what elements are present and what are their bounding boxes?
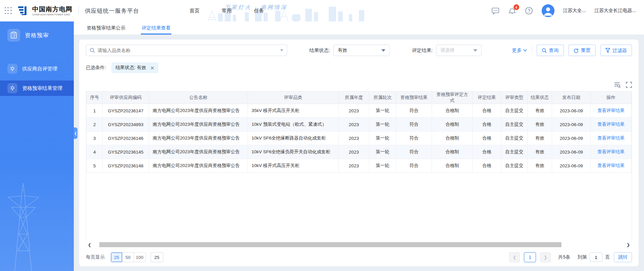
table-row: 5GYSZP20236148南方电网公司2023年度供应商资格预审公告10kV …: [87, 159, 632, 173]
per-page-label: 每页显示: [86, 254, 105, 260]
column-header: 评定结果: [473, 92, 501, 104]
cell: 10kV 预装式变电站（欧式、紧凑式）: [248, 118, 338, 131]
company-logo: 中国南方电网 CHINA SOUTHERN POWER GRID: [17, 5, 72, 16]
cell: 10kV 移开式高压开关柜: [248, 159, 338, 173]
sidebar-item-prequal-result-mgmt[interactable]: 资格预审结果管理: [0, 80, 74, 96]
table-row: 1GYSZP20236147南方电网公司2023年度供应商资格预审公告35kV …: [87, 104, 632, 118]
goto-page: 到第 页: [578, 253, 610, 262]
logo-text-en: CHINA SOUTHERN POWER GRID: [32, 13, 72, 16]
result-status-select[interactable]: 有效: [333, 45, 390, 56]
reset-button[interactable]: 重置: [569, 45, 596, 56]
cell: 2023: [338, 118, 369, 131]
filter-chip: 结果状态: 有效 ✕: [111, 62, 158, 73]
view-review-result-link[interactable]: 查看评审结果: [597, 122, 625, 127]
view-review-result-link[interactable]: 查看评审结果: [597, 163, 625, 168]
cell: 2023-06-09: [552, 104, 591, 118]
avatar[interactable]: [542, 4, 554, 17]
filter-button[interactable]: 过滤器: [600, 45, 632, 56]
cell: 第一轮: [369, 145, 396, 159]
cell: 自主提交: [501, 145, 527, 159]
message-icon[interactable]: [491, 7, 499, 15]
notifications-bell-icon[interactable]: 4: [508, 7, 516, 15]
sidebar-collapse-handle[interactable]: ❮: [74, 127, 77, 139]
scroll-right-arrow[interactable]: ❯: [625, 242, 632, 248]
apps-grid-icon[interactable]: [5, 7, 12, 14]
horizontal-scrollbar: ❮ ❯: [86, 242, 632, 248]
column-header: 资格预审评定方式: [432, 92, 473, 104]
column-settings-icon[interactable]: [614, 82, 621, 88]
content-area: 结果状态: 有效 评定结果: 请选择 更多: [74, 35, 644, 271]
results-card: 结果状态: 有效 评定结果: 请选择 更多: [79, 40, 639, 266]
jump-button[interactable]: 跳转: [614, 252, 632, 262]
filter-actions: 更多 查询: [512, 45, 632, 56]
cell: 合格制: [432, 118, 473, 131]
cell: 2023-06-09: [552, 131, 591, 145]
cell: 有效: [528, 131, 552, 145]
page-size-custom[interactable]: 25: [151, 252, 163, 262]
header-divider: [78, 7, 79, 15]
result-status-value: 有效: [338, 47, 347, 53]
logo-text-cn: 中国南方电网: [32, 6, 72, 12]
cell: 南方电网公司2023年度供应商资格预审公告: [149, 104, 248, 118]
pagination-controls: ❮ 1 ❯ 共5条 到第 页 跳转: [509, 252, 632, 262]
help-icon[interactable]: [525, 7, 533, 15]
selected-conditions-row: 已选条件: 结果状态: 有效 ✕: [86, 62, 632, 73]
scrollbar-thumb[interactable]: [99, 242, 561, 247]
column-header: 操作: [591, 92, 632, 104]
page-size-50[interactable]: 50: [122, 253, 134, 262]
scrollbar-track[interactable]: [93, 242, 625, 248]
cell: 有效: [528, 118, 552, 131]
tab-prequal-result-publicity[interactable]: 资格预审结果公示: [86, 22, 126, 35]
next-page-button[interactable]: ❯: [540, 252, 551, 262]
cell: 第一轮: [369, 131, 396, 145]
chevron-down-icon: [280, 49, 283, 51]
cell: 10kV SF6全绝缘负荷开关自动化成套柜: [248, 145, 338, 159]
category-search-input[interactable]: [98, 48, 277, 53]
eval-result-placeholder: 请选择: [440, 47, 454, 53]
search-icon: [542, 48, 547, 53]
user-company[interactable]: 江苏大全长江电器...: [594, 8, 636, 14]
nav-item-home[interactable]: 首页: [190, 8, 200, 14]
view-review-result-link[interactable]: 查看评审结果: [597, 136, 625, 141]
table-toolbar: [86, 82, 632, 88]
category-search-box[interactable]: [86, 45, 287, 56]
cell: 自主提交: [501, 131, 527, 145]
page-size-100[interactable]: 100: [134, 253, 146, 262]
view-review-result-link[interactable]: 查看评审结果: [597, 149, 625, 154]
eval-result-label: 评定结果:: [412, 47, 433, 54]
column-header: 评审供应商编码: [103, 92, 149, 104]
table-body: 1GYSZP20236147南方电网公司2023年度供应商资格预审公告35kV …: [87, 104, 632, 173]
page-size-25[interactable]: 25: [111, 253, 122, 262]
transmission-tower-illustration: [1, 177, 45, 271]
cell: 2: [87, 118, 103, 131]
cell: 合格: [473, 145, 501, 159]
prev-page-button[interactable]: ❮: [509, 252, 520, 262]
chip-close-icon[interactable]: ✕: [150, 65, 155, 70]
cell: 南方电网公司2023年度供应商资格预审公告: [149, 145, 248, 159]
page-size-group: 25 50 100: [111, 252, 146, 262]
table-zone: 序号评审供应商编码公告名称评审品类所属年度所属轮次资格预审结果资格预审评定方式评…: [86, 91, 632, 242]
sidebar-section-prequalification[interactable]: 资格预审: [0, 21, 74, 42]
table-row: 2GYSZP20234893南方电网公司2023年度供应商资格预审公告10kV …: [87, 118, 632, 131]
nav-item-frequent[interactable]: 常用: [222, 8, 232, 14]
eval-result-select[interactable]: 请选择: [436, 45, 482, 56]
goto-page-input[interactable]: [590, 253, 602, 262]
nav-item-tasks[interactable]: 任务: [254, 8, 264, 14]
column-header: 发布日期: [552, 92, 591, 104]
table-row: 3GYSZP20236146南方电网公司2023年度供应商资格预审公告10kV …: [87, 131, 632, 145]
filter-row: 结果状态: 有效 评定结果: 请选择 更多: [86, 44, 632, 56]
cell: GYSZP20236146: [103, 131, 149, 145]
fullscreen-icon[interactable]: [626, 82, 632, 88]
result-status-label: 结果状态:: [309, 47, 330, 54]
sidebar-item-supplier-self-eval[interactable]: 供应商自评管理: [0, 61, 74, 76]
scroll-left-arrow[interactable]: ❮: [86, 242, 93, 248]
column-header: 序号: [87, 92, 103, 104]
view-review-result-link[interactable]: 查看评审结果: [597, 108, 625, 113]
cell: 5: [87, 159, 103, 173]
user-name[interactable]: 江苏大全...: [563, 8, 586, 14]
current-page-button[interactable]: 1: [524, 252, 536, 262]
query-button[interactable]: 查询: [537, 45, 564, 56]
tab-evaluation-result-view[interactable]: 评定结果查看: [141, 22, 171, 35]
sidebar-item-label: 供应商自评管理: [22, 66, 57, 72]
more-filters-link[interactable]: 更多: [512, 47, 527, 54]
